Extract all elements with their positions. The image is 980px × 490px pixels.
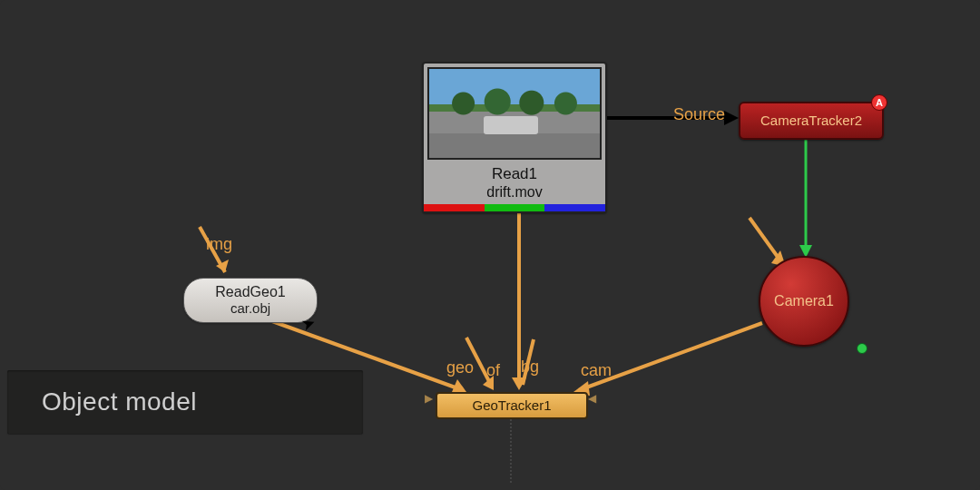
svg-marker-1 bbox=[216, 260, 229, 272]
label-geo: geo bbox=[446, 358, 474, 377]
thumbnail bbox=[427, 67, 602, 160]
svg-line-11 bbox=[750, 218, 782, 263]
node-cameratracker2[interactable]: CameraTracker2 bbox=[739, 102, 884, 140]
node-camera1[interactable]: Camera1 bbox=[759, 256, 849, 347]
node-title: Camera1 bbox=[774, 293, 834, 309]
output-stub bbox=[510, 419, 512, 483]
input-marker-left: ▶ bbox=[425, 392, 434, 419]
caption-box: Object model bbox=[7, 370, 363, 434]
node-filename: car.obj bbox=[193, 300, 308, 316]
svg-marker-14 bbox=[724, 111, 739, 125]
svg-marker-3 bbox=[452, 379, 466, 392]
node-title: CameraTracker2 bbox=[760, 113, 862, 128]
badge-a: A bbox=[871, 94, 887, 111]
label-source: Source bbox=[673, 105, 725, 124]
node-graph[interactable]: img Source geo of bg cam Read1 drift.mov… bbox=[0, 0, 980, 490]
input-marker-right: ◀ bbox=[588, 392, 597, 419]
node-title: Read1 bbox=[424, 163, 605, 184]
caption-text: Object model bbox=[42, 387, 197, 416]
status-dot-green bbox=[857, 343, 867, 354]
cursor-icon: ➤ bbox=[299, 312, 318, 336]
channel-strip bbox=[424, 204, 605, 211]
label-of: of bbox=[486, 361, 500, 380]
node-filename: drift.mov bbox=[424, 184, 605, 204]
label-img: img bbox=[206, 235, 232, 254]
node-title: ReadGeo1 bbox=[193, 284, 308, 300]
label-cam: cam bbox=[581, 361, 612, 380]
label-bg: bg bbox=[521, 358, 539, 377]
node-geotracker1[interactable]: GeoTracker1 bbox=[436, 392, 588, 419]
node-title: GeoTracker1 bbox=[473, 397, 552, 413]
node-read1[interactable]: Read1 drift.mov bbox=[422, 62, 607, 213]
node-readgeo1[interactable]: ReadGeo1 car.obj bbox=[183, 278, 318, 323]
svg-marker-7 bbox=[512, 377, 526, 390]
